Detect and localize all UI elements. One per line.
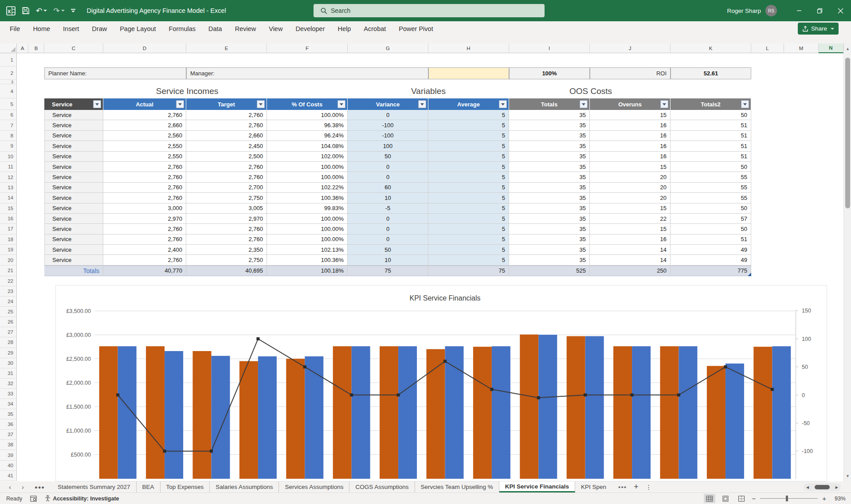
cell[interactable]: 2,760 <box>186 110 267 120</box>
menu-item-insert[interactable]: Insert <box>63 25 79 32</box>
cell[interactable]: 35 <box>509 152 590 162</box>
menu-item-review[interactable]: Review <box>235 25 256 32</box>
redo-button[interactable]: ↷ <box>53 6 64 16</box>
row-header-38[interactable]: 38 <box>0 440 17 450</box>
row-header-23[interactable]: 23 <box>0 286 17 297</box>
tab-scroll-left-icon[interactable]: ‹ <box>9 483 11 491</box>
cell[interactable]: 50 <box>348 245 428 255</box>
cell[interactable]: 15 <box>590 203 671 214</box>
menu-item-home[interactable]: Home <box>33 25 50 32</box>
row-header-32[interactable]: 32 <box>0 379 17 389</box>
roi-label-cell[interactable]: ROI <box>590 67 671 79</box>
filter-dropdown-button[interactable] <box>418 100 426 108</box>
cell[interactable]: 2,760 <box>103 224 186 234</box>
column-header-L[interactable]: L <box>751 43 784 53</box>
cell[interactable]: 100.36% <box>267 255 348 265</box>
cell[interactable]: 35 <box>509 245 590 255</box>
row-header-1[interactable]: 1 <box>0 53 17 66</box>
row-header-13[interactable]: 13 <box>0 183 17 193</box>
row-header-30[interactable]: 30 <box>0 358 17 368</box>
row-header-5[interactable]: 5 <box>0 98 17 110</box>
account-name[interactable]: Roger Sharp <box>727 8 761 14</box>
new-sheet-button[interactable]: + <box>634 482 639 492</box>
column-header-E[interactable]: E <box>186 43 267 53</box>
filter-dropdown-button[interactable] <box>660 100 668 108</box>
row-header-9[interactable]: 9 <box>0 141 17 151</box>
hscroll-right-icon[interactable]: ▶ <box>835 485 838 489</box>
row-header-10[interactable]: 10 <box>0 152 17 162</box>
cell[interactable]: 35 <box>509 141 590 151</box>
cell[interactable]: Service <box>44 131 103 141</box>
cell[interactable]: 2,760 <box>103 162 186 172</box>
cell[interactable]: 3,005 <box>186 203 267 214</box>
column-header-B[interactable]: B <box>28 43 44 53</box>
cell[interactable]: 100.00% <box>267 110 348 120</box>
cell[interactable]: 35 <box>509 162 590 172</box>
cell[interactable]: 2,760 <box>186 224 267 234</box>
cell[interactable]: 2,550 <box>103 152 186 162</box>
cell[interactable]: Service <box>44 162 103 172</box>
cell[interactable]: 20 <box>590 183 671 193</box>
column-header-K[interactable]: K <box>671 43 751 53</box>
cell[interactable]: 10 <box>348 255 428 265</box>
table-header-totals[interactable]: Totals <box>509 98 590 110</box>
cell[interactable]: 0 <box>348 224 428 234</box>
column-header-I[interactable]: I <box>509 43 590 53</box>
row-header-34[interactable]: 34 <box>0 399 17 409</box>
cell[interactable]: -5 <box>348 203 428 214</box>
cell[interactable]: 2,760 <box>103 234 186 245</box>
minimize-button[interactable] <box>788 0 809 21</box>
cell[interactable]: Service <box>44 141 103 151</box>
table-header-variance[interactable]: Variance <box>348 98 428 110</box>
cell[interactable]: 2,760 <box>103 110 186 120</box>
select-all-corner[interactable] <box>0 43 17 53</box>
horizontal-scrollbar[interactable]: ◀ ▶ <box>804 483 841 491</box>
cell[interactable]: 5 <box>428 131 509 141</box>
sheet-tab-bea[interactable]: BEA <box>137 481 161 492</box>
column-header-C[interactable]: C <box>44 43 103 53</box>
cell[interactable]: 35 <box>509 183 590 193</box>
cell[interactable]: 55 <box>671 172 751 182</box>
cell[interactable]: 40,695 <box>186 266 267 276</box>
cell[interactable]: 10 <box>348 193 428 203</box>
column-header-G[interactable]: G <box>348 43 428 53</box>
cell[interactable]: 5 <box>428 234 509 245</box>
cell[interactable]: 75 <box>348 266 428 276</box>
menu-item-developer[interactable]: Developer <box>295 25 325 32</box>
cell[interactable]: 100.00% <box>267 224 348 234</box>
row-header-21[interactable]: 21 <box>0 266 17 276</box>
cell[interactable]: 2,550 <box>103 141 186 151</box>
cell[interactable]: Service <box>44 214 103 224</box>
menu-item-data[interactable]: Data <box>208 25 222 32</box>
cell[interactable]: 5 <box>428 172 509 182</box>
row-header-2[interactable]: 2 <box>0 66 17 80</box>
menu-item-acrobat[interactable]: Acrobat <box>364 25 386 32</box>
cell[interactable]: 100.00% <box>267 172 348 182</box>
row-header-15[interactable]: 15 <box>0 203 17 214</box>
column-header-J[interactable]: J <box>590 43 671 53</box>
vertical-scroll-thumb[interactable] <box>845 58 850 208</box>
share-button[interactable]: Share <box>798 23 839 35</box>
row-header-26[interactable]: 26 <box>0 317 17 327</box>
save-icon[interactable] <box>22 7 30 15</box>
zoom-slider[interactable] <box>760 498 818 499</box>
table-header-totals2[interactable]: Totals2 <box>671 98 751 110</box>
input-cell-yellow[interactable] <box>428 67 509 79</box>
sheet-tab-kpi-service-financials[interactable]: KPI Service Financials <box>499 481 575 492</box>
cell[interactable]: 16 <box>590 152 671 162</box>
cell[interactable]: 35 <box>509 110 590 120</box>
cell[interactable]: 2,750 <box>186 255 267 265</box>
filter-dropdown-button[interactable] <box>337 100 345 108</box>
cell[interactable]: 2,760 <box>103 183 186 193</box>
row-header-27[interactable]: 27 <box>0 327 17 337</box>
cell[interactable]: 14 <box>590 255 671 265</box>
cell[interactable]: 3,000 <box>103 203 186 214</box>
cell[interactable]: 35 <box>509 214 590 224</box>
cell[interactable]: 2,760 <box>186 120 267 130</box>
cell[interactable]: Totals <box>44 266 103 276</box>
cell[interactable]: 100.00% <box>267 234 348 245</box>
cell[interactable]: 51 <box>671 131 751 141</box>
row-header-25[interactable]: 25 <box>0 307 17 317</box>
cell[interactable]: 35 <box>509 120 590 130</box>
cell[interactable]: 96.38% <box>267 120 348 130</box>
